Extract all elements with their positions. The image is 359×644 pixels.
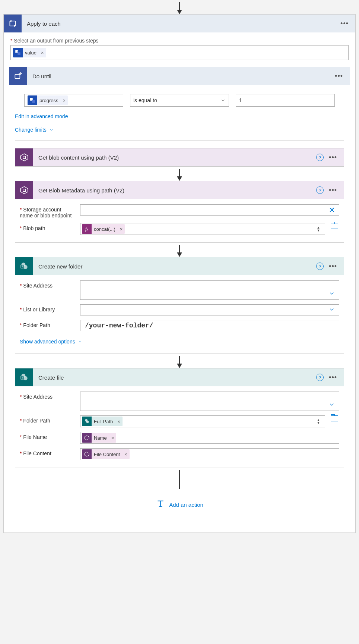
- site-address-label: * Site Address: [20, 280, 76, 289]
- remove-token-icon[interactable]: ×: [122, 449, 130, 459]
- full-path-label: Full Path: [92, 417, 115, 426]
- apply-to-each-title: Apply to each: [22, 21, 339, 27]
- more-icon[interactable]: •••: [327, 185, 339, 196]
- show-advanced-link[interactable]: Show advanced options: [20, 339, 83, 345]
- folder-picker-button[interactable]: [330, 223, 339, 229]
- remove-token-icon[interactable]: ×: [118, 224, 125, 234]
- remove-token-icon[interactable]: ×: [39, 48, 46, 57]
- edit-advanced-link[interactable]: Edit in advanced mode: [15, 113, 68, 119]
- blob-icon: [15, 148, 33, 166]
- more-icon[interactable]: •••: [327, 261, 339, 272]
- more-icon[interactable]: •••: [339, 18, 350, 29]
- condition-value: 1: [239, 97, 242, 103]
- svg-text:S: S: [21, 376, 23, 379]
- add-action-icon: [156, 499, 165, 510]
- apply-to-each-header[interactable]: Apply to each •••: [4, 15, 355, 32]
- value-token[interactable]: あ value ×: [13, 48, 46, 57]
- chevron-down-icon: [328, 290, 335, 298]
- full-path-token[interactable]: Full Path ×: [82, 417, 123, 426]
- select-output-input[interactable]: あ value ×: [10, 45, 349, 60]
- progress-token[interactable]: progress ×: [28, 95, 68, 105]
- create-file-header[interactable]: S Create file ? •••: [15, 368, 344, 386]
- condition-value-input[interactable]: 1: [236, 94, 335, 107]
- get-blob-metadata-header[interactable]: Get Blob Metadata using path (V2) ? •••: [15, 181, 344, 199]
- folder-path-input[interactable]: Full Path × ▲▼: [80, 415, 325, 427]
- concat-token[interactable]: fx concat(...) ×: [82, 224, 125, 234]
- stepper[interactable]: ▲▼: [314, 418, 323, 424]
- flow-arrow: [179, 245, 180, 256]
- folder-path-value: /your-new-folder/: [85, 322, 153, 329]
- svg-point-14: [23, 376, 28, 380]
- get-blob-metadata-title: Get Blob Metadata using path (V2): [33, 187, 316, 194]
- folder-icon: [331, 415, 338, 421]
- file-name-input[interactable]: Name ×: [80, 432, 339, 444]
- help-icon[interactable]: ?: [316, 154, 324, 161]
- remove-token-icon[interactable]: ×: [115, 417, 123, 426]
- fx-icon: fx: [82, 224, 92, 234]
- more-icon[interactable]: •••: [327, 152, 339, 163]
- condition-left[interactable]: progress ×: [24, 94, 123, 107]
- file-content-label: * File Content: [20, 448, 76, 456]
- clear-icon[interactable]: ✕: [329, 205, 335, 214]
- folder-path-label: * Folder Path: [20, 320, 76, 328]
- create-folder-title: Create new folder: [33, 263, 316, 270]
- operator-value: is equal to: [133, 97, 157, 103]
- do-until-icon: [9, 67, 27, 85]
- file-content-token[interactable]: File Content ×: [82, 449, 130, 459]
- concat-token-label: concat(...): [92, 224, 118, 234]
- more-icon[interactable]: •••: [327, 372, 339, 383]
- svg-text:S: S: [21, 265, 23, 268]
- help-icon[interactable]: ?: [316, 374, 324, 381]
- name-token[interactable]: Name ×: [82, 433, 116, 443]
- add-action-button[interactable]: Add an action: [15, 492, 344, 521]
- folder-icon: [331, 223, 338, 229]
- condition-operator-select[interactable]: is equal to: [130, 94, 229, 107]
- name-token-label: Name: [92, 433, 109, 443]
- do-until-header[interactable]: Do until •••: [9, 67, 350, 85]
- svg-rect-4: [15, 75, 20, 79]
- blob-icon: [82, 449, 92, 459]
- more-icon[interactable]: •••: [333, 71, 344, 82]
- list-library-select[interactable]: [80, 304, 339, 315]
- chevron-down-icon: [49, 127, 54, 132]
- get-blob-content-card: Get blob content using path (V2) ? •••: [15, 148, 344, 167]
- get-blob-content-header[interactable]: Get blob content using path (V2) ? •••: [15, 148, 344, 166]
- sharepoint-icon: S: [15, 257, 33, 275]
- blob-path-label: * Blob path: [20, 223, 76, 231]
- create-folder-header[interactable]: S Create new folder ? •••: [15, 257, 344, 275]
- file-content-input[interactable]: File Content ×: [80, 448, 339, 460]
- help-icon[interactable]: ?: [316, 186, 324, 194]
- remove-token-icon[interactable]: ×: [61, 95, 68, 105]
- storage-account-input[interactable]: ✕: [80, 204, 339, 216]
- svg-rect-2: [18, 52, 20, 55]
- folder-picker-button[interactable]: [330, 415, 339, 421]
- svg-rect-7: [23, 156, 26, 159]
- svg-text:あ: あ: [16, 50, 19, 53]
- value-token-label: value: [23, 48, 39, 57]
- change-limits-link[interactable]: Change limits: [15, 127, 54, 133]
- site-address-select[interactable]: [80, 392, 339, 411]
- get-blob-content-title: Get blob content using path (V2): [33, 154, 316, 161]
- blob-icon: [82, 433, 92, 443]
- folder-path-input[interactable]: /your-new-folder/: [80, 320, 339, 331]
- stepper[interactable]: ▲▼: [314, 226, 323, 232]
- blob-icon: [15, 181, 33, 199]
- sharepoint-icon: S: [15, 368, 33, 386]
- remove-token-icon[interactable]: ×: [109, 433, 117, 443]
- apply-to-each-card: Apply to each ••• * Select an output fro…: [3, 14, 356, 533]
- progress-token-label: progress: [37, 95, 61, 105]
- do-until-card: Do until ••• progress ×: [9, 67, 350, 527]
- divider: [15, 140, 344, 141]
- translate-icon: [28, 95, 37, 105]
- svg-point-18: [86, 421, 89, 423]
- sharepoint-icon: [82, 417, 92, 426]
- create-folder-card: S Create new folder ? ••• * Site Address: [15, 257, 344, 354]
- site-address-select[interactable]: [80, 280, 339, 300]
- help-icon[interactable]: ?: [316, 263, 324, 270]
- blob-path-input[interactable]: fx concat(...) × ▲▼: [80, 223, 325, 235]
- chevron-down-icon: [328, 401, 335, 409]
- file-name-label: * File Name: [20, 432, 76, 440]
- storage-account-label: * Storage account name or blob endpoint: [20, 204, 76, 219]
- list-library-label: * List or Library: [20, 304, 76, 312]
- chevron-down-icon: [328, 306, 335, 314]
